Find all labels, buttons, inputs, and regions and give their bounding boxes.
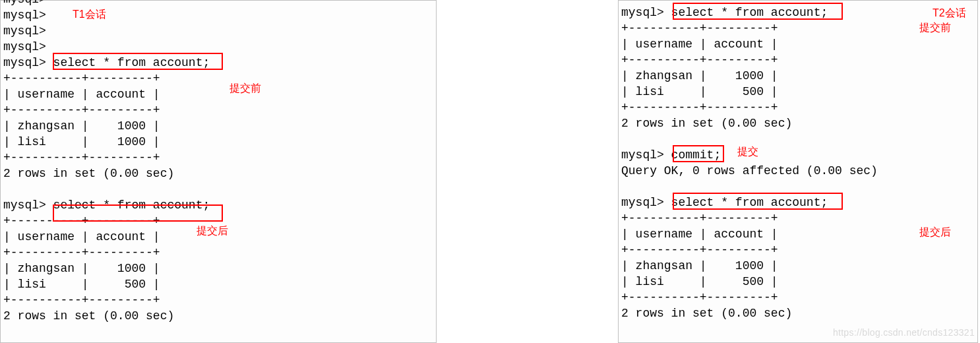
terminal-line: | zhangsan | 1000 | [3, 118, 433, 134]
terminal-line: mysql> select * from account; [621, 5, 975, 20]
watermark: https://blog.csdn.net/cnds123321 [833, 325, 975, 340]
annotation-before-commit-left: 提交前 [230, 80, 261, 96]
terminal-line: +----------+---------+ [3, 150, 433, 166]
terminal-line: +----------+---------+ [621, 290, 975, 305]
terminal-line: | username | account | [3, 86, 433, 102]
annotation-after-commit-left: 提交后 [197, 223, 228, 239]
annotation-t2-session: T2会话 [933, 5, 966, 21]
terminal-line [621, 131, 975, 147]
terminal-line: +----------+---------+ [3, 292, 433, 308]
terminal-line: 2 rows in set (0.00 sec) [621, 115, 975, 131]
terminal-line: | lisi | 1000 | [3, 134, 433, 150]
terminal-line: | username | account | [621, 36, 975, 52]
terminal-line: 2 rows in set (0.00 sec) [3, 308, 433, 324]
terminal-line: | lisi | 500 | [621, 274, 975, 290]
terminal-line: | lisi | 500 | [3, 276, 433, 292]
terminal-line: Query OK, 0 rows affected (0.00 sec) [621, 163, 975, 179]
annotation-t1-session: T1会话 [73, 7, 106, 22]
terminal-line: | lisi | 500 | [621, 84, 975, 100]
annotation-after-commit-right: 提交后 [919, 224, 951, 240]
terminal-line: +----------+---------+ [3, 102, 433, 118]
terminal-line: mysql> [3, 7, 433, 23]
pane-gap [437, 0, 618, 343]
left-terminal-pane: mysql> mysql> mysql> mysql> mysql> selec… [0, 0, 437, 343]
terminal-line: | zhangsan | 1000 | [621, 258, 975, 274]
annotation-before-commit-right: 提交前 [919, 20, 951, 36]
terminal-line: 2 rows in set (0.00 sec) [621, 305, 975, 321]
terminal-line: 2 rows in set (0.00 sec) [3, 166, 433, 181]
terminal-line: mysql> [3, 23, 433, 39]
terminal-line: +----------+---------+ [621, 242, 975, 258]
right-terminal-pane: mysql> select * from account; +---------… [618, 0, 978, 343]
terminal-line: +----------+---------+ [3, 71, 433, 86]
terminal-line: | zhangsan | 1000 | [621, 68, 975, 84]
terminal-line: mysql> [3, 0, 433, 7]
terminal-line: mysql> commit; [621, 147, 975, 163]
terminal-line: mysql> select * from account; [3, 55, 433, 71]
terminal-line: mysql> select * from account; [621, 195, 975, 210]
annotation-commit-right: 提交 [737, 144, 758, 160]
terminal-line: +----------+---------+ [621, 52, 975, 68]
terminal-line [3, 181, 433, 197]
terminal-line: +----------+---------+ [3, 245, 433, 261]
terminal-line [621, 179, 975, 195]
terminal-line: mysql> select * from account; [3, 197, 433, 213]
terminal-line: mysql> [3, 39, 433, 55]
terminal-line: | zhangsan | 1000 | [3, 261, 433, 276]
terminal-line: +----------+---------+ [621, 100, 975, 115]
